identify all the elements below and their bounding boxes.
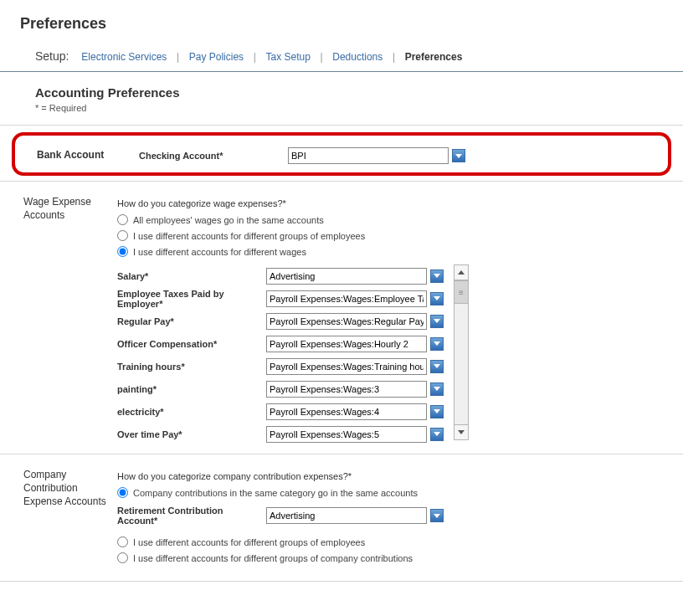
regular-pay-input[interactable]: [266, 313, 427, 330]
contrib-radio-same[interactable]: [117, 487, 128, 498]
page-title: Preferences: [0, 0, 683, 44]
scroll-thumb[interactable]: [454, 280, 468, 304]
company-contribution-question: How do you categorize company contributi…: [117, 470, 683, 485]
divider: |: [250, 51, 259, 63]
tab-deductions[interactable]: Deductions: [329, 51, 386, 63]
divider: |: [317, 51, 326, 63]
wage-field-label: Salary*: [117, 271, 266, 281]
electricity-input[interactable]: [266, 403, 427, 420]
setup-label: Setup:: [35, 49, 69, 63]
wage-radio-groups-label[interactable]: I use different accounts for different g…: [133, 231, 365, 241]
checking-account-dropdown-icon[interactable]: [452, 149, 465, 162]
wage-radio-same[interactable]: [117, 214, 128, 225]
section-title: Accounting Preferences: [0, 72, 683, 101]
scroll-up-icon[interactable]: [454, 265, 468, 280]
scroll-track[interactable]: [454, 304, 468, 424]
divider: |: [173, 51, 182, 63]
painting-input[interactable]: [266, 381, 427, 398]
wage-radio-wages[interactable]: [117, 246, 128, 257]
scroll-down-icon[interactable]: [454, 424, 468, 439]
wage-field-label: electricity*: [117, 407, 266, 417]
retirement-label: Retirement Contribution Account*: [117, 506, 266, 526]
contrib-radio-groups[interactable]: [117, 536, 128, 547]
contrib-radio-contribs[interactable]: [117, 552, 128, 563]
required-note: * = Required: [0, 101, 683, 125]
checking-account-input[interactable]: [288, 147, 449, 164]
wage-fields-grid: Salary* Employee Taxes Paid by Employer*: [117, 264, 447, 445]
wage-field-label: Over time Pay*: [117, 429, 266, 439]
contrib-radio-groups-label[interactable]: I use different accounts for different g…: [133, 537, 365, 547]
contrib-radio-same-label[interactable]: Company contributions in the same catego…: [133, 488, 418, 498]
wage-expense-question: How do you categorize wage expenses?*: [117, 197, 683, 212]
tab-electronic-services[interactable]: Electronic Services: [78, 51, 170, 63]
dropdown-icon[interactable]: [430, 270, 444, 283]
wage-field-label: Officer Compensation*: [117, 339, 266, 349]
training-hours-input[interactable]: [266, 358, 427, 375]
retirement-input[interactable]: [266, 507, 427, 524]
dropdown-icon[interactable]: [430, 315, 444, 328]
officer-comp-input[interactable]: [266, 336, 427, 352]
wage-field-label: Employee Taxes Paid by Employer*: [117, 289, 266, 309]
company-contribution-heading: Company Contribution Expense Accounts: [0, 466, 109, 509]
wage-expense-heading: Wage Expense Accounts: [0, 193, 109, 222]
wage-field-label: Regular Pay*: [117, 316, 266, 326]
bank-account-highlight: Bank Account Checking Account*: [12, 132, 671, 176]
wage-field-label: painting*: [117, 384, 266, 394]
dropdown-icon[interactable]: [430, 360, 444, 373]
overtime-pay-input[interactable]: [266, 426, 427, 443]
dropdown-icon[interactable]: [430, 337, 444, 351]
dropdown-icon[interactable]: [430, 405, 444, 418]
dropdown-icon[interactable]: [430, 509, 444, 522]
employee-taxes-input[interactable]: [266, 290, 427, 307]
salary-input[interactable]: [266, 268, 427, 285]
dropdown-icon[interactable]: [430, 428, 444, 441]
wage-radio-same-label[interactable]: All employees' wages go in the same acco…: [133, 215, 324, 225]
company-contribution-section: Company Contribution Expense Accounts Ho…: [0, 454, 683, 574]
wage-expense-section: Wage Expense Accounts How do you categor…: [0, 182, 683, 454]
bank-account-heading: Bank Account: [33, 141, 131, 161]
tab-preferences-current: Preferences: [402, 51, 466, 63]
wage-scrollbar[interactable]: [454, 264, 469, 440]
divider: |: [389, 51, 398, 63]
tab-tax-setup[interactable]: Tax Setup: [263, 51, 314, 63]
wage-radio-wages-label[interactable]: I use different accounts for different w…: [133, 247, 306, 257]
contrib-radio-contribs-label[interactable]: I use different accounts for different g…: [133, 553, 413, 563]
dropdown-icon[interactable]: [430, 292, 444, 305]
checking-account-label: Checking Account*: [139, 151, 288, 161]
wage-radio-groups[interactable]: [117, 230, 128, 241]
dropdown-icon[interactable]: [430, 382, 444, 396]
setup-tabs: Setup: Electronic Services | Pay Policie…: [0, 44, 683, 72]
wage-field-label: Training hours*: [117, 362, 266, 372]
tab-pay-policies[interactable]: Pay Policies: [186, 51, 247, 63]
